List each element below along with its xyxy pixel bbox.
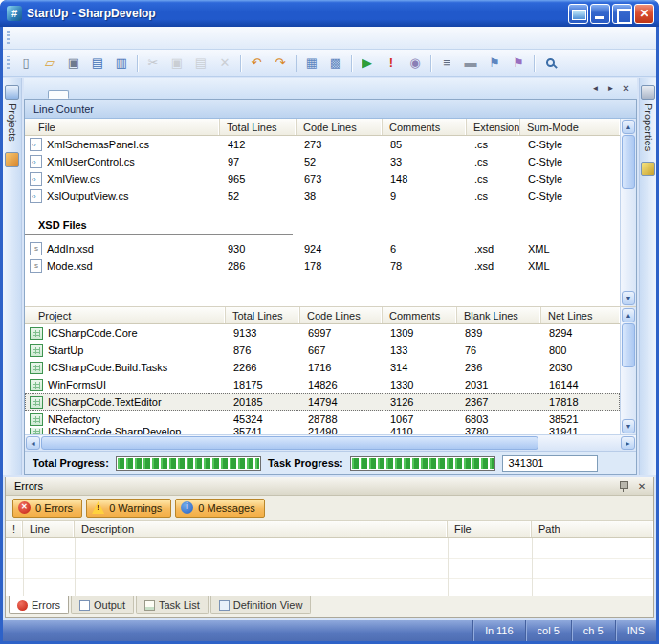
tab-scroll-left-button[interactable]: ◄ [589,82,602,95]
minimize-button[interactable] [590,4,610,24]
properties-dock-tab[interactable]: Properties [641,82,655,156]
document-tab[interactable] [48,90,69,99]
cut-button[interactable]: ✂ [142,53,165,74]
title-bar[interactable]: # StartUp - SharpDevelop ✕ [0,0,659,27]
panel-tab[interactable]: Definition View [210,596,312,614]
paste-button[interactable]: ▤ [189,53,212,74]
menu-item[interactable] [44,34,59,42]
stop-button[interactable]: ! [380,53,403,74]
scroll-down-button[interactable]: ▼ [622,419,635,433]
column-header[interactable]: Sum-Mode [520,119,620,135]
menu-item[interactable] [29,34,44,42]
menu-item[interactable] [151,34,166,42]
scroll-up-button[interactable]: ▲ [622,120,635,134]
column-header[interactable]: Code Lines [300,307,383,323]
menu-grip[interactable] [7,31,10,46]
errors-filter-button[interactable]: 0 Errors [12,499,82,518]
save-all-button[interactable]: ▥ [110,53,133,74]
new-file-button[interactable]: ▯ [14,53,37,74]
column-header[interactable]: Comments [383,307,457,323]
menu-item[interactable] [121,34,136,42]
menu-item[interactable] [136,34,151,42]
scrollbar-thumb[interactable] [622,135,635,189]
errors-filter-button[interactable]: 0 Messages [175,499,264,518]
column-header[interactable]: Description [75,521,448,537]
scroll-right-button[interactable]: ► [621,436,635,450]
assembly-view-button[interactable]: ▩ [324,53,347,74]
file-table-row[interactable]: XmlSchemasPanel.cs 412 273 85 .cs C-Styl… [25,136,620,153]
column-header[interactable]: File [448,521,532,537]
open-file-button[interactable]: ▱ [38,53,61,74]
column-header[interactable]: Code Lines [297,119,383,135]
panel-tab[interactable]: Task List [136,596,209,614]
comment-button[interactable]: ▬ [459,53,482,74]
file-table-row[interactable]: XmlUserControl.cs 97 52 33 .cs C-Style [25,153,620,170]
file-table-row[interactable]: AddIn.xsd 930 924 6 .xsd XML [25,240,620,257]
list-button[interactable]: ≡ [435,53,458,74]
column-header[interactable]: Path [532,521,653,537]
menu-item[interactable] [75,34,90,42]
scroll-up-button[interactable]: ▲ [622,308,635,322]
scrollbar-thumb[interactable] [622,323,635,367]
tab-scroll-right-button[interactable]: ► [604,82,617,95]
project-table-row[interactable]: ICSharpCode.SharpDevelop 35741 21490 411… [25,428,620,434]
maximize-button[interactable] [612,4,632,24]
errors-close-icon[interactable]: ✕ [635,479,648,493]
copy-button[interactable]: ▣ [165,53,188,74]
file-table-row[interactable]: XslOutputView.cs 52 38 9 .cs C-Style [25,188,620,205]
menu-item[interactable] [90,34,105,42]
horizontal-scrollbar[interactable]: ◄ ► [25,434,636,451]
tab-close-button[interactable]: ✕ [620,82,632,95]
column-header[interactable]: ! [6,521,23,537]
project-table-row[interactable]: ICSharpCode.TextEditor 20185 14794 3126 … [25,393,620,411]
resources-dock-icon[interactable] [5,152,19,167]
line-count-value[interactable]: 341301 [502,455,598,472]
run-button[interactable]: ▶ [356,53,379,74]
bookmark-button[interactable]: ⚑ [483,53,506,74]
document-tab[interactable] [27,90,48,99]
column-header[interactable]: Line [23,521,75,537]
project-table-row[interactable]: WinFormsUI 18175 14826 1330 2031 16144 [25,376,620,393]
class-view-button[interactable]: ▦ [300,53,323,74]
open-project-button[interactable]: ▣ [62,53,85,74]
column-header[interactable]: Comments [383,119,467,135]
column-header[interactable]: Total Lines [226,307,300,323]
scrollbar-thumb[interactable] [41,436,538,450]
panel-tab[interactable]: Output [71,596,134,614]
file-table-row[interactable]: XmlView.cs 965 673 148 .cs C-Style [25,170,620,188]
scroll-down-button[interactable]: ▼ [622,291,635,305]
errors-panel-header[interactable]: Errors ✕ [6,477,653,496]
project-table-row[interactable]: ICSharpCode.Build.Tasks 2266 1716 314 23… [25,359,620,376]
project-table-scrollbar[interactable]: ▲ ▼ [620,307,636,434]
tools-dock-icon[interactable] [641,162,655,176]
column-header[interactable]: File [25,119,220,135]
projects-dock-tab[interactable]: Projects [5,82,19,146]
menu-item[interactable] [13,34,29,42]
errors-filter-button[interactable]: 0 Warnings [86,499,171,518]
errors-grid-body[interactable] [6,538,653,596]
file-table-row[interactable]: Mode.xsd 286 178 78 .xsd XML [25,257,620,275]
project-table-row[interactable]: NRefactory 45324 28788 1067 6803 38521 [25,411,620,428]
record-button[interactable]: ◉ [404,53,427,74]
redo-button[interactable]: ↷ [269,53,292,74]
bookmark-next-button[interactable]: ⚑ [507,53,530,74]
project-table-row[interactable]: StartUp 876 667 133 76 800 [25,342,620,359]
scroll-left-button[interactable]: ◄ [26,436,40,450]
delete-button[interactable]: ✕ [213,53,236,74]
file-table-scrollbar[interactable]: ▲ ▼ [620,119,636,306]
column-header[interactable]: Net Lines [541,307,620,323]
menu-item[interactable] [59,34,75,42]
column-header[interactable]: Total Lines [220,119,297,135]
close-button[interactable]: ✕ [634,4,654,24]
toolbar-grip[interactable] [7,56,10,71]
column-header[interactable]: Blank Lines [457,307,541,323]
column-header[interactable]: Project [25,307,226,323]
panel-tab[interactable]: Errors [9,596,69,614]
search-button[interactable] [538,53,561,74]
project-table-row[interactable]: ICSharpCode.Core 9133 6997 1309 839 8294 [25,324,620,342]
column-header[interactable]: Extension [467,119,520,135]
fullscreen-button[interactable] [568,4,588,24]
menu-item[interactable] [105,34,121,42]
undo-button[interactable]: ↶ [245,53,268,74]
pin-icon[interactable] [619,480,628,493]
